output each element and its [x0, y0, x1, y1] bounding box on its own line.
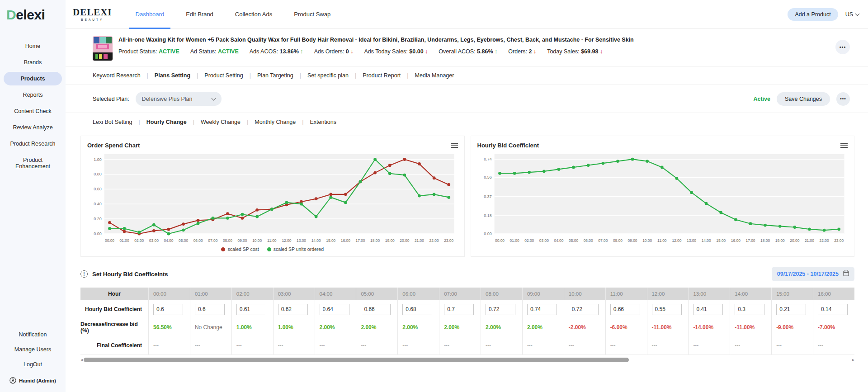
sidebar-item-brands[interactable]: Brands [4, 56, 62, 69]
save-changes-button[interactable]: Save Changes [777, 92, 830, 106]
hour-header: 05:00 [356, 288, 397, 300]
legend-dot [267, 247, 271, 251]
coefficient-input-0800[interactable] [486, 304, 515, 315]
final-value: --- [818, 342, 823, 349]
tab-media-manager[interactable]: Media Manager [415, 72, 454, 79]
scroll-right-arrow[interactable]: ▸ [852, 358, 854, 362]
subtab-monthly-change[interactable]: Monthly Change [255, 119, 296, 125]
nav-tab-collection-ads[interactable]: Collection Ads [229, 0, 278, 29]
svg-text:19:00: 19:00 [385, 238, 395, 243]
coefficient-input-0900[interactable] [527, 304, 557, 315]
sidebar-item-logout[interactable]: LogOut [4, 358, 62, 371]
final-value: --- [153, 342, 159, 349]
scrollbar-track[interactable] [84, 358, 851, 362]
svg-text:15:00: 15:00 [326, 238, 335, 243]
hourly-bid-chart: 0.000.180.370.560.7400:0001:0002:0003:00… [477, 150, 848, 246]
coefficient-cell [315, 300, 356, 318]
coefficient-input-1400[interactable] [735, 304, 764, 315]
sidebar-item-manage-users[interactable]: Manage Users [4, 343, 62, 356]
final-value: --- [652, 342, 657, 349]
subtab-extentions[interactable]: Extentions [310, 119, 336, 125]
coefficient-input-1100[interactable] [610, 304, 640, 315]
plan-select-value: Defensive Plus Plan [142, 96, 193, 102]
sidebar-item-products[interactable]: Products [4, 72, 62, 85]
chevron-down-icon [211, 96, 216, 100]
chart-menu-icon[interactable] [451, 141, 458, 150]
tab-product-setting[interactable]: Product Setting [204, 72, 243, 79]
coefficient-input-0600[interactable] [402, 304, 432, 315]
coefficient-input-1500[interactable] [776, 304, 806, 315]
subtab-lexi-bot-setting[interactable]: Lexi Bot Setting [93, 119, 132, 125]
hourly-bid-chart-card: Hourly Bid Coefficient 0.000.180.370.560… [471, 136, 855, 257]
hour-column-0400: 04:002.00%--- [315, 288, 356, 354]
product-more-button[interactable]: ••• [835, 40, 850, 54]
coefficient-input-0500[interactable] [361, 304, 391, 315]
coefficient-input-1300[interactable] [693, 304, 723, 315]
date-range-picker[interactable]: 09/17/2025 - 10/17/2025 [772, 267, 854, 281]
plan-select-dropdown[interactable]: Defensive Plus Plan [136, 92, 222, 106]
scroll-left-arrow[interactable]: ◂ [80, 358, 83, 362]
final-cell: --- [564, 336, 605, 354]
hour-column-0300: 03:001.00%--- [273, 288, 315, 354]
svg-text:17:00: 17:00 [355, 238, 365, 243]
svg-text:17:00: 17:00 [745, 238, 755, 243]
change-value: 2.00% [361, 324, 376, 331]
change-cell: -2.00% [564, 318, 605, 336]
sidebar-item-home[interactable]: Home [4, 39, 62, 53]
charts-row: Order Spend Chart 0.000.200.400.600.801.… [66, 131, 868, 260]
tab-product-report[interactable]: Product Report [363, 72, 401, 79]
sidebar-item-content-check[interactable]: Content Check [4, 104, 62, 118]
change-cell: 2.00% [439, 318, 481, 336]
coefficient-input-0000[interactable] [153, 304, 183, 315]
nav-tab-dashboard[interactable]: Dashboard [129, 0, 171, 29]
tab-keyword-research[interactable]: Keyword Research [93, 72, 141, 79]
svg-text:0.20: 0.20 [94, 217, 101, 221]
product-stat: Ads Today Sales: $0.00 ↓ [364, 48, 428, 55]
region-selector[interactable]: US [845, 11, 859, 18]
coefficient-input-0200[interactable] [236, 304, 266, 315]
chart-menu-icon[interactable] [840, 141, 848, 150]
sidebar-item-product-research[interactable]: Product Research [4, 137, 62, 151]
sidebar-item-notification[interactable]: Notification [4, 328, 62, 341]
product-stats: Product Status: ACTIVEAd Status: ACTIVEA… [118, 48, 835, 55]
change-value: -11.00% [652, 324, 672, 331]
coefficient-input-0100[interactable] [195, 304, 225, 315]
sidebar-user[interactable]: Hamid (Admin) [0, 373, 66, 387]
sidebar-menu: HomeBrandsProductsReportsContent CheckRe… [0, 38, 66, 175]
final-value: --- [693, 342, 698, 349]
subtab-hourly-change[interactable]: Hourly Change [146, 119, 187, 125]
sidebar-item-review-analyze[interactable]: Review Analyze [4, 121, 62, 134]
tab-set-specific-plan[interactable]: Set specific plan [307, 72, 349, 79]
hourly-bid-table: Hour Hourly Bid Coefficient Decrease/Inc… [80, 288, 854, 355]
coefficient-input-0300[interactable] [278, 304, 308, 315]
tab-separator: | [407, 72, 408, 79]
nav-tab-edit-brand[interactable]: Edit Brand [179, 0, 220, 29]
scrollbar-thumb[interactable] [84, 358, 629, 362]
svg-text:13:00: 13:00 [297, 238, 306, 243]
stat-value: 0 [346, 48, 349, 55]
table-label-column: Hour Hourly Bid Coefficient Decrease/Inc… [80, 288, 148, 354]
coefficient-cell [564, 300, 605, 318]
subtab-weekly-change[interactable]: Weekly Change [201, 119, 241, 125]
coefficient-input-0700[interactable] [444, 304, 474, 315]
sidebar-item-reports[interactable]: Reports [4, 88, 62, 102]
tab-plans-setting[interactable]: Plans Setting [155, 72, 190, 79]
coefficient-input-1600[interactable] [818, 304, 848, 315]
coefficient-input-1000[interactable] [569, 304, 599, 315]
plan-sub-tabs: Lexi Bot Setting|Hourly Change|Weekly Ch… [66, 113, 868, 131]
sidebar-item-product-enhancement[interactable]: Product Enhancement [4, 153, 62, 173]
plan-more-button[interactable]: ••• [836, 92, 850, 106]
plan-bar: Selected Plan: Defensive Plus Plan Activ… [66, 85, 868, 113]
svg-text:02:00: 02:00 [524, 238, 534, 243]
svg-text:16:00: 16:00 [341, 238, 350, 243]
change-cell: 2.00% [481, 318, 522, 336]
svg-text:16:00: 16:00 [731, 238, 740, 243]
tab-plan-targeting[interactable]: Plan Targeting [257, 72, 293, 79]
nav-tab-product-swap[interactable]: Product Swap [288, 0, 337, 29]
coefficient-input-1200[interactable] [652, 304, 682, 315]
svg-text:01:00: 01:00 [509, 238, 519, 243]
coefficient-input-0400[interactable] [320, 304, 349, 315]
change-cell: 2.00% [315, 318, 356, 336]
add-product-button[interactable]: Add a Product [788, 8, 838, 21]
change-cell: -11.00% [730, 318, 771, 336]
